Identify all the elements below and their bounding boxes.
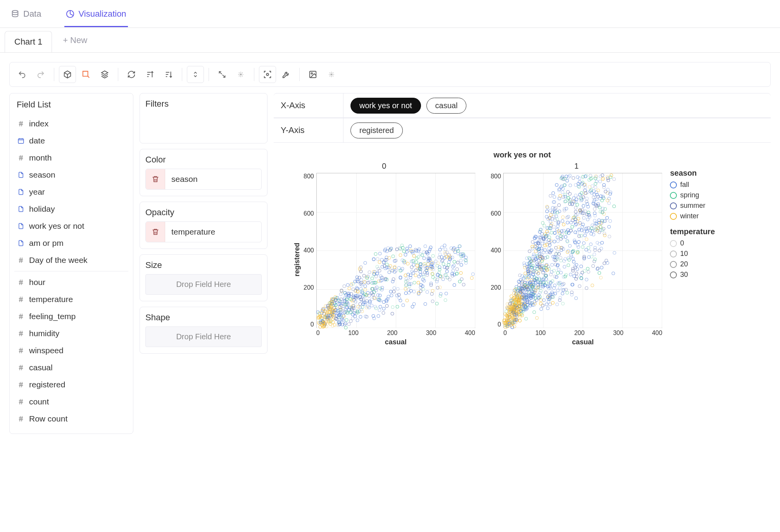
x-axis-pills[interactable]: work yes or notcasual	[343, 98, 466, 114]
chart-area: work yes or not 0registered8006004002000…	[274, 143, 771, 434]
nav-viz-label: Visualization	[78, 9, 126, 19]
legend-item-20[interactable]: 20	[670, 260, 715, 268]
tab-new[interactable]: + New	[60, 30, 90, 51]
y-axis-pills[interactable]: registered	[343, 123, 403, 138]
facet-label: 0	[382, 162, 386, 171]
field-label: Day of the week	[29, 256, 88, 265]
field-item-index[interactable]: index	[14, 115, 128, 132]
legend-item-summer[interactable]: summer	[670, 202, 715, 210]
layers-button[interactable]	[96, 66, 113, 83]
x-axis-bar: X-Axis work yes or notcasual	[274, 93, 771, 118]
refresh-button[interactable]	[123, 66, 140, 83]
field-item-Day-of-the-week[interactable]: Day of the week	[14, 252, 128, 269]
field-type-icon	[17, 296, 25, 303]
facet-1: 180060040020000100200300400casual	[491, 162, 663, 346]
color-panel: Color season	[140, 149, 267, 196]
field-type-icon	[17, 188, 25, 195]
shape-drop-zone[interactable]: Drop Field Here	[145, 326, 262, 347]
legend-swatch-icon	[670, 181, 677, 188]
axis-toggle-button[interactable]	[187, 66, 204, 83]
image-settings-button[interactable]	[323, 66, 340, 83]
scatter-plot[interactable]	[316, 173, 475, 328]
legend-item-spring[interactable]: spring	[670, 191, 715, 199]
field-type-icon	[17, 364, 25, 371]
sort-asc-button[interactable]	[142, 66, 159, 83]
legend-label: summer	[680, 202, 705, 210]
color-field-pill[interactable]: season	[145, 169, 262, 190]
undo-button[interactable]	[14, 66, 31, 83]
scatter-plot[interactable]	[503, 173, 662, 328]
field-item-hour[interactable]: hour	[14, 274, 128, 291]
scan-button[interactable]	[259, 66, 276, 83]
field-item-registered[interactable]: registered	[14, 376, 128, 393]
svg-point-3	[266, 73, 269, 76]
legend-label: 20	[680, 260, 688, 268]
field-item-casual[interactable]: casual	[14, 359, 128, 376]
x-pill-work-yes-or-not[interactable]: work yes or not	[350, 98, 421, 114]
mark-type-button[interactable]	[78, 66, 95, 83]
legend-item-10[interactable]: 10	[670, 250, 715, 258]
main-area: Field List indexdatemonthseasonyearholid…	[0, 53, 780, 434]
toolbar-separator	[209, 68, 209, 81]
field-type-icon	[17, 171, 25, 178]
legend-color-items: fallspringsummerwinter	[670, 181, 715, 220]
redo-button[interactable]	[32, 66, 49, 83]
wrench-button[interactable]	[278, 66, 295, 83]
opacity-delete-button[interactable]	[146, 222, 165, 242]
chart-facets: 0registered80060040020000100200300400cas…	[278, 162, 662, 346]
y-axis-label: Y-Axis	[274, 118, 343, 142]
field-item-month[interactable]: month	[14, 149, 128, 166]
nav-visualization[interactable]: Visualization	[64, 2, 128, 27]
color-delete-button[interactable]	[146, 169, 165, 189]
legend-label: 30	[680, 271, 688, 279]
opacity-field-pill[interactable]: temperature	[145, 221, 262, 242]
field-label: temperature	[29, 295, 73, 304]
field-item-date[interactable]: date	[14, 132, 128, 149]
facet-label: 1	[574, 162, 578, 171]
tab-chart-1[interactable]: Chart 1	[5, 31, 52, 52]
expand-button[interactable]	[214, 66, 231, 83]
x-pill-casual[interactable]: casual	[426, 98, 467, 114]
field-item-year[interactable]: year	[14, 183, 128, 200]
chart-pie-icon	[66, 10, 74, 18]
legend-opacity-items: 0102030	[670, 239, 715, 279]
color-title: Color	[145, 155, 262, 165]
field-label: work yes or not	[29, 221, 84, 231]
sort-desc-button[interactable]	[160, 66, 177, 83]
field-item-holiday[interactable]: holiday	[14, 200, 128, 218]
legend-item-winter[interactable]: winter	[670, 212, 715, 220]
toolbar-separator	[299, 68, 300, 81]
field-item-work-yes-or-not[interactable]: work yes or not	[14, 218, 128, 235]
facet-0: 0registered80060040020000100200300400cas…	[293, 162, 475, 346]
field-item-temperature[interactable]: temperature	[14, 291, 128, 308]
x-axis-label: X-Axis	[274, 93, 343, 117]
field-item-Row-count[interactable]: Row count	[14, 410, 128, 427]
filters-panel[interactable]: Filters	[140, 93, 267, 143]
filters-title: Filters	[145, 99, 262, 109]
size-drop-zone[interactable]: Drop Field Here	[145, 274, 262, 295]
field-label: winspeed	[29, 346, 64, 355]
field-label: humidity	[29, 329, 59, 338]
y-axis-bar: Y-Axis registered	[274, 118, 771, 143]
image-export-button[interactable]	[304, 66, 321, 83]
field-type-icon	[17, 313, 25, 320]
legend-item-30[interactable]: 30	[670, 271, 715, 279]
legend-label: fall	[680, 181, 689, 189]
field-list-items-2: hourtemperaturefeeling_temphumiditywinsp…	[14, 274, 128, 427]
field-item-am-or-pm[interactable]: am or pm	[14, 235, 128, 252]
field-item-season[interactable]: season	[14, 166, 128, 183]
field-item-humidity[interactable]: humidity	[14, 325, 128, 342]
expand-settings-button[interactable]	[232, 66, 249, 83]
field-item-winspeed[interactable]: winspeed	[14, 342, 128, 359]
field-label: Row count	[29, 414, 67, 423]
visualization-column: X-Axis work yes or notcasual Y-Axis regi…	[274, 93, 771, 434]
legend-item-0[interactable]: 0	[670, 239, 715, 247]
y-pill-registered[interactable]: registered	[350, 123, 403, 138]
nav-data[interactable]: Data	[9, 2, 43, 26]
legend-item-fall[interactable]: fall	[670, 181, 715, 189]
field-item-count[interactable]: count	[14, 393, 128, 410]
size-title: Size	[145, 260, 262, 270]
cube-button[interactable]	[59, 66, 76, 83]
field-item-feeling_temp[interactable]: feeling_temp	[14, 308, 128, 325]
field-type-icon	[17, 223, 25, 230]
